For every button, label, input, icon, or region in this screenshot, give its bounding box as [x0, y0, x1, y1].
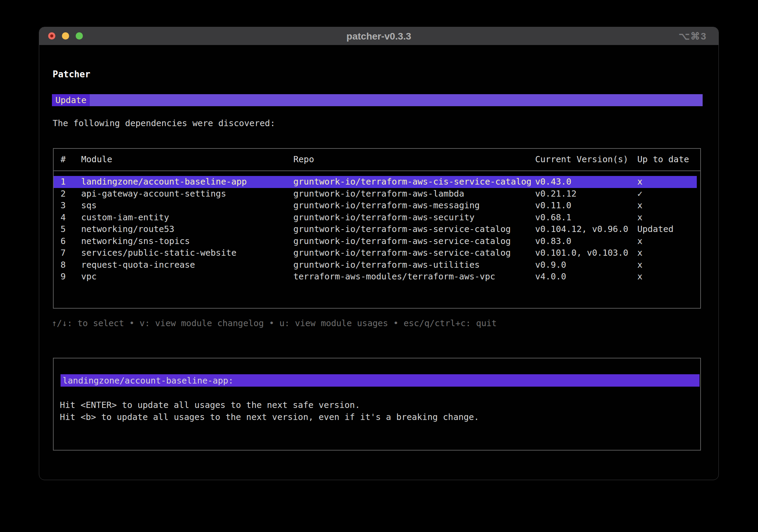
repo-cell: gruntwork-io/terraform-aws-service-catal…: [293, 247, 511, 259]
repo-cell: gruntwork-io/terraform-aws-messaging: [293, 200, 480, 212]
traffic-lights: [48, 32, 83, 40]
table-row[interactable]: 7services/public-static-websitegruntwork…: [54, 247, 697, 259]
module-cell: sqs: [81, 200, 97, 212]
versions-cell: v0.101.0, v0.103.0: [535, 247, 628, 259]
module-cell: landingzone/account-baseline-app: [81, 176, 247, 188]
status-cell: x: [637, 200, 642, 212]
selected-module-banner: landingzone/account-baseline-app:: [61, 374, 700, 387]
column-header-module: Module: [81, 154, 112, 165]
repo-cell: gruntwork-io/terraform-aws-cis-service-c…: [293, 176, 531, 188]
tab-update[interactable]: Update: [52, 94, 90, 106]
breaking-hint-text: Hit <b> to update all usages to the next…: [60, 411, 479, 423]
row-number-cell: 2: [61, 188, 66, 200]
repo-cell: gruntwork-io/terraform-aws-security: [293, 212, 475, 224]
versions-cell: v0.104.12, v0.96.0: [535, 223, 628, 235]
module-cell: vpc: [81, 271, 97, 283]
window-titlebar[interactable]: patcher-v0.3.3 ⌥⌘3: [39, 27, 718, 45]
close-button[interactable]: [48, 32, 55, 40]
tab-shortcut-label: ⌥⌘3: [679, 27, 707, 45]
row-number-cell: 7: [61, 247, 66, 259]
status-cell: Updated: [637, 223, 673, 235]
module-cell: api-gateway-account-settings: [81, 188, 226, 200]
row-number-cell: 3: [61, 200, 66, 212]
column-header-num: #: [61, 154, 66, 165]
header-divider: [54, 170, 700, 171]
status-cell: x: [637, 271, 642, 283]
window-title: patcher-v0.3.3: [39, 27, 718, 45]
row-number-cell: 9: [61, 271, 66, 283]
versions-cell: v0.43.0: [535, 176, 571, 188]
intro-text: The following dependencies were discover…: [53, 118, 275, 129]
versions-cell: v4.0.0: [535, 271, 566, 283]
status-cell: ✓: [637, 188, 642, 200]
versions-cell: v0.9.0: [535, 259, 566, 271]
table-row[interactable]: 1landingzone/account-baseline-appgruntwo…: [54, 176, 697, 188]
row-number-cell: 6: [61, 235, 66, 247]
status-cell: x: [637, 235, 642, 247]
status-cell: x: [637, 259, 642, 271]
versions-cell: v0.68.1: [535, 212, 571, 224]
enter-hint-text: Hit <ENTER> to update all usages to the …: [60, 399, 360, 411]
repo-cell: gruntwork-io/terraform-aws-utilities: [293, 259, 480, 271]
app-heading: Patcher: [53, 68, 90, 80]
minimize-button[interactable]: [62, 32, 69, 40]
row-number-cell: 8: [61, 259, 66, 271]
versions-cell: v0.11.0: [535, 200, 571, 212]
row-number-cell: 4: [61, 212, 66, 224]
table-row[interactable]: 4custom-iam-entitygruntwork-io/terraform…: [54, 212, 697, 224]
column-header-status: Up to date: [637, 154, 689, 165]
repo-cell: terraform-aws-modules/terraform-aws-vpc: [293, 271, 495, 283]
terminal-window: patcher-v0.3.3 ⌥⌘3 Patcher Update The fo…: [39, 27, 719, 480]
module-cell: networking/sns-topics: [81, 235, 190, 247]
column-header-versions: Current Version(s): [535, 154, 628, 165]
repo-cell: gruntwork-io/terraform-aws-service-catal…: [293, 235, 511, 247]
status-cell: x: [637, 247, 642, 259]
row-number-cell: 5: [61, 223, 66, 235]
zoom-button[interactable]: [76, 32, 83, 40]
detail-panel: landingzone/account-baseline-app: Hit <E…: [53, 358, 701, 451]
row-number-cell: 1: [61, 176, 66, 188]
keybinding-help: ↑/↓: to select • v: view module changelo…: [52, 318, 497, 329]
table-row[interactable]: 3sqsgruntwork-io/terraform-aws-messaging…: [54, 200, 697, 212]
dependencies-table: # Module Repo Current Version(s) Up to d…: [53, 148, 701, 309]
status-cell: x: [637, 212, 642, 224]
tab-bar: Update: [52, 94, 703, 106]
table-row[interactable]: 8request-quota-increasegruntwork-io/terr…: [54, 259, 697, 271]
repo-cell: gruntwork-io/terraform-aws-lambda: [293, 188, 464, 200]
repo-cell: gruntwork-io/terraform-aws-service-catal…: [293, 223, 511, 235]
module-cell: networking/route53: [81, 223, 174, 235]
table-row[interactable]: 6networking/sns-topicsgruntwork-io/terra…: [54, 235, 697, 247]
table-row[interactable]: 2api-gateway-account-settingsgruntwork-i…: [54, 188, 697, 200]
status-cell: x: [637, 176, 642, 188]
table-rows: 1landingzone/account-baseline-appgruntwo…: [54, 176, 697, 283]
versions-cell: v0.21.12: [535, 188, 576, 200]
versions-cell: v0.83.0: [535, 235, 571, 247]
module-cell: custom-iam-entity: [81, 212, 169, 224]
table-row[interactable]: 9vpcterraform-aws-modules/terraform-aws-…: [54, 271, 697, 283]
terminal-content: Patcher Update The following dependencie…: [39, 45, 718, 480]
column-header-repo: Repo: [293, 154, 314, 165]
table-row[interactable]: 5networking/route53gruntwork-io/terrafor…: [54, 223, 697, 235]
module-cell: request-quota-increase: [81, 259, 195, 271]
module-cell: services/public-static-website: [81, 247, 237, 259]
